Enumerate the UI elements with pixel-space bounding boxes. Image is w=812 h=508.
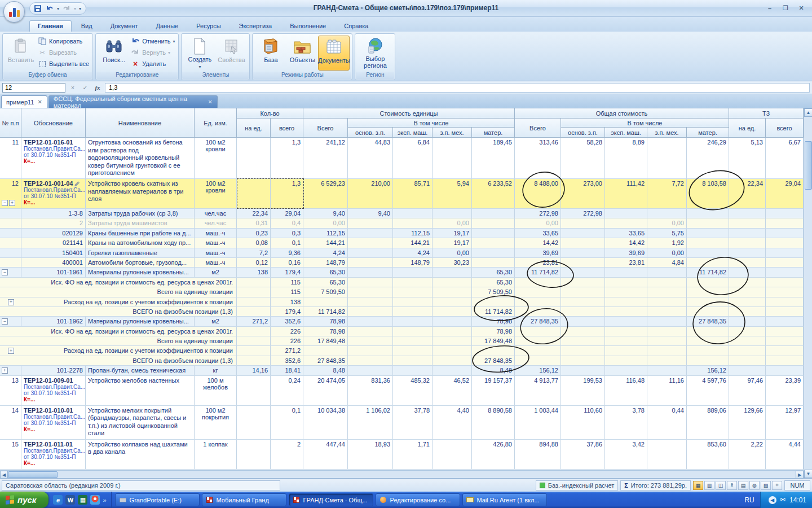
resource-name[interactable]: Краны на автомобильном ходу пр... <box>86 238 195 247</box>
value-cell[interactable] <box>515 327 561 336</box>
detail-label[interactable]: ВСЕГО на физобъем позиции (1,3) <box>0 307 237 316</box>
value-cell[interactable]: 0,1 <box>271 406 303 439</box>
value-cell[interactable]: 110,60 <box>561 406 605 439</box>
value-cell[interactable]: 8 103,58 <box>687 179 729 208</box>
detail-label[interactable]: Расход на ед. позиции с учетом коэффицие… <box>0 297 237 306</box>
expand-toggle-icon[interactable]: + <box>8 348 14 354</box>
collapse-toggle-icon[interactable]: − <box>2 200 8 206</box>
detail-label[interactable]: Расход на ед. позиции с учетом коэффицие… <box>0 346 237 355</box>
value-cell[interactable] <box>647 278 687 287</box>
vertical-scroll-thumb[interactable] <box>805 141 812 190</box>
value-cell[interactable] <box>348 336 393 345</box>
value-cell[interactable] <box>393 317 433 326</box>
value-cell[interactable] <box>237 346 271 355</box>
value-cell[interactable]: 0,44 <box>647 406 687 439</box>
value-cell[interactable]: 14,42 <box>605 238 647 247</box>
language-indicator[interactable]: RU <box>739 496 760 504</box>
value-cell[interactable]: 4,44 <box>766 440 804 469</box>
value-cell[interactable]: 0,00 <box>647 248 687 257</box>
value-cell[interactable]: 39,69 <box>605 248 647 257</box>
tray-chevron-icon[interactable]: ◀ <box>769 496 776 504</box>
table-cell[interactable] <box>0 229 21 238</box>
vertical-scrollbar[interactable]: ▲ ▼ <box>804 108 812 478</box>
excel-icon[interactable]: ▦ <box>78 495 87 505</box>
value-cell[interactable] <box>348 278 393 287</box>
value-cell[interactable] <box>393 307 433 316</box>
value-cell[interactable]: 111,42 <box>605 179 647 208</box>
resource-code[interactable]: 1-3-8 <box>21 209 86 218</box>
value-cell[interactable] <box>433 268 472 277</box>
value-cell[interactable] <box>433 307 472 316</box>
value-cell[interactable]: 313,46 <box>515 138 561 178</box>
value-cell[interactable]: 115 <box>271 287 303 296</box>
value-cell[interactable]: 116,48 <box>605 376 647 405</box>
resource-code[interactable]: 101-1961 <box>21 268 86 277</box>
value-cell[interactable] <box>766 218 804 227</box>
undo-button[interactable]: Отменить ▾ <box>131 37 175 46</box>
value-cell[interactable]: 65,30 <box>303 268 348 277</box>
start-button[interactable]: пуск <box>0 492 48 508</box>
horizontal-scroll-thumb[interactable] <box>8 471 58 478</box>
status-notes-icon[interactable]: ▤ <box>738 481 748 490</box>
value-cell[interactable] <box>348 238 393 247</box>
resource-name[interactable]: Автомобили бортовые, грузопод... <box>86 258 195 267</box>
value-cell[interactable] <box>433 317 472 326</box>
value-cell[interactable]: 1 003,44 <box>515 406 561 439</box>
value-cell[interactable] <box>766 248 804 257</box>
value-cell[interactable] <box>605 218 647 227</box>
value-cell[interactable]: 5,94 <box>433 179 472 208</box>
value-cell[interactable] <box>605 336 647 345</box>
value-cell[interactable] <box>348 317 393 326</box>
value-cell[interactable] <box>766 268 804 277</box>
status-columns-icon[interactable]: ▥ <box>704 481 714 490</box>
unit-cell[interactable]: 100 м2 кровли <box>195 179 237 208</box>
value-cell[interactable] <box>687 209 729 218</box>
value-cell[interactable] <box>729 307 766 316</box>
resource-name[interactable]: Затраты труда машинистов <box>86 218 195 227</box>
value-cell[interactable]: 9,36 <box>271 248 303 257</box>
value-cell[interactable] <box>687 336 729 345</box>
value-cell[interactable]: 485,32 <box>393 376 433 405</box>
value-cell[interactable]: 1,92 <box>647 238 687 247</box>
app-logo-orb[interactable] <box>3 1 25 23</box>
value-cell[interactable] <box>647 346 687 355</box>
value-cell[interactable]: 9,40 <box>303 209 348 218</box>
value-cell[interactable] <box>729 248 766 257</box>
value-cell[interactable] <box>766 307 804 316</box>
detail-label[interactable]: Всего на единицу позиции <box>0 336 237 345</box>
detail-label[interactable]: ВСЕГО на физобъем позиции (1,3) <box>0 356 237 365</box>
unit-cell[interactable]: маш.-ч <box>195 248 237 257</box>
value-cell[interactable]: 23,81 <box>515 258 561 267</box>
value-cell[interactable]: 27 848,35 <box>515 317 561 326</box>
value-cell[interactable] <box>687 258 729 267</box>
position-name[interactable]: Огрунтовка оснований из бетона или раств… <box>86 138 195 178</box>
value-cell[interactable]: 0,16 <box>271 258 303 267</box>
value-cell[interactable]: 11 714,82 <box>472 307 515 316</box>
resource-code[interactable]: 020129 <box>21 229 86 238</box>
value-cell[interactable] <box>561 346 605 355</box>
value-cell[interactable]: 14,16 <box>237 366 271 375</box>
scroll-up-icon[interactable]: ▲ <box>804 108 812 117</box>
value-cell[interactable]: 12,97 <box>766 406 804 439</box>
value-cell[interactable] <box>766 366 804 375</box>
value-cell[interactable] <box>729 356 766 365</box>
value-cell[interactable]: 22,34 <box>729 179 766 208</box>
value-cell[interactable] <box>729 327 766 336</box>
value-cell[interactable] <box>433 356 472 365</box>
value-cell[interactable]: 0,00 <box>515 218 561 227</box>
value-cell[interactable] <box>393 287 433 296</box>
value-cell[interactable] <box>729 366 766 375</box>
position-name[interactable]: Устройство колпаков над шахтами в два ка… <box>86 440 195 469</box>
value-cell[interactable] <box>766 258 804 267</box>
value-cell[interactable] <box>766 317 804 326</box>
row-number[interactable]: 11 <box>0 138 21 178</box>
value-cell[interactable] <box>393 268 433 277</box>
value-cell[interactable] <box>433 440 472 469</box>
taskbar-task[interactable]: Мобильный Гранд <box>202 493 286 506</box>
value-cell[interactable]: 58,28 <box>561 138 605 178</box>
value-cell[interactable] <box>561 356 605 365</box>
value-cell[interactable] <box>729 229 766 238</box>
value-cell[interactable] <box>348 307 393 316</box>
value-cell[interactable] <box>303 297 348 306</box>
value-cell[interactable] <box>561 366 605 375</box>
